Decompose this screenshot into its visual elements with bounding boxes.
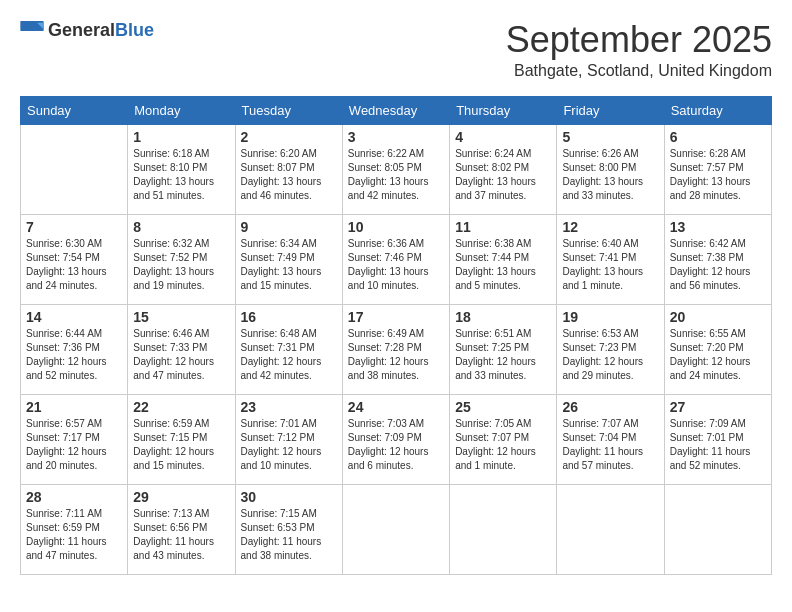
calendar-cell: 21Sunrise: 6:57 AM Sunset: 7:17 PM Dayli…	[21, 394, 128, 484]
col-friday: Friday	[557, 96, 664, 124]
day-info: Sunrise: 6:55 AM Sunset: 7:20 PM Dayligh…	[670, 327, 766, 383]
day-number: 23	[241, 399, 337, 415]
calendar-cell: 30Sunrise: 7:15 AM Sunset: 6:53 PM Dayli…	[235, 484, 342, 574]
calendar-cell: 7Sunrise: 6:30 AM Sunset: 7:54 PM Daylig…	[21, 214, 128, 304]
calendar-cell	[450, 484, 557, 574]
svg-rect-1	[20, 31, 43, 41]
calendar-cell: 11Sunrise: 6:38 AM Sunset: 7:44 PM Dayli…	[450, 214, 557, 304]
calendar-cell: 6Sunrise: 6:28 AM Sunset: 7:57 PM Daylig…	[664, 124, 771, 214]
day-number: 4	[455, 129, 551, 145]
day-number: 3	[348, 129, 444, 145]
calendar-cell: 19Sunrise: 6:53 AM Sunset: 7:23 PM Dayli…	[557, 304, 664, 394]
calendar-cell: 8Sunrise: 6:32 AM Sunset: 7:52 PM Daylig…	[128, 214, 235, 304]
day-info: Sunrise: 7:05 AM Sunset: 7:07 PM Dayligh…	[455, 417, 551, 473]
calendar-cell: 22Sunrise: 6:59 AM Sunset: 7:15 PM Dayli…	[128, 394, 235, 484]
calendar-table: Sunday Monday Tuesday Wednesday Thursday…	[20, 96, 772, 575]
day-info: Sunrise: 7:01 AM Sunset: 7:12 PM Dayligh…	[241, 417, 337, 473]
header-row: Sunday Monday Tuesday Wednesday Thursday…	[21, 96, 772, 124]
calendar-cell: 10Sunrise: 6:36 AM Sunset: 7:46 PM Dayli…	[342, 214, 449, 304]
day-info: Sunrise: 7:15 AM Sunset: 6:53 PM Dayligh…	[241, 507, 337, 563]
calendar-cell	[21, 124, 128, 214]
day-number: 1	[133, 129, 229, 145]
calendar-cell: 9Sunrise: 6:34 AM Sunset: 7:49 PM Daylig…	[235, 214, 342, 304]
day-number: 12	[562, 219, 658, 235]
calendar-cell: 17Sunrise: 6:49 AM Sunset: 7:28 PM Dayli…	[342, 304, 449, 394]
day-info: Sunrise: 6:28 AM Sunset: 7:57 PM Dayligh…	[670, 147, 766, 203]
day-number: 28	[26, 489, 122, 505]
day-number: 21	[26, 399, 122, 415]
col-monday: Monday	[128, 96, 235, 124]
week-row-3: 21Sunrise: 6:57 AM Sunset: 7:17 PM Dayli…	[21, 394, 772, 484]
day-info: Sunrise: 7:07 AM Sunset: 7:04 PM Dayligh…	[562, 417, 658, 473]
day-number: 15	[133, 309, 229, 325]
calendar-cell: 16Sunrise: 6:48 AM Sunset: 7:31 PM Dayli…	[235, 304, 342, 394]
calendar-cell: 18Sunrise: 6:51 AM Sunset: 7:25 PM Dayli…	[450, 304, 557, 394]
calendar-cell: 25Sunrise: 7:05 AM Sunset: 7:07 PM Dayli…	[450, 394, 557, 484]
header: GeneralBlue September 2025 Bathgate, Sco…	[20, 20, 772, 80]
calendar-cell	[664, 484, 771, 574]
calendar-cell: 1Sunrise: 6:18 AM Sunset: 8:10 PM Daylig…	[128, 124, 235, 214]
calendar-cell: 27Sunrise: 7:09 AM Sunset: 7:01 PM Dayli…	[664, 394, 771, 484]
day-info: Sunrise: 6:30 AM Sunset: 7:54 PM Dayligh…	[26, 237, 122, 293]
week-row-0: 1Sunrise: 6:18 AM Sunset: 8:10 PM Daylig…	[21, 124, 772, 214]
col-saturday: Saturday	[664, 96, 771, 124]
day-number: 27	[670, 399, 766, 415]
day-number: 6	[670, 129, 766, 145]
day-info: Sunrise: 6:59 AM Sunset: 7:15 PM Dayligh…	[133, 417, 229, 473]
day-number: 13	[670, 219, 766, 235]
calendar-cell: 23Sunrise: 7:01 AM Sunset: 7:12 PM Dayli…	[235, 394, 342, 484]
calendar-cell	[557, 484, 664, 574]
day-info: Sunrise: 6:38 AM Sunset: 7:44 PM Dayligh…	[455, 237, 551, 293]
day-number: 29	[133, 489, 229, 505]
month-title: September 2025	[506, 20, 772, 60]
day-info: Sunrise: 7:13 AM Sunset: 6:56 PM Dayligh…	[133, 507, 229, 563]
day-number: 9	[241, 219, 337, 235]
day-number: 24	[348, 399, 444, 415]
logo: GeneralBlue	[20, 20, 154, 41]
day-info: Sunrise: 6:46 AM Sunset: 7:33 PM Dayligh…	[133, 327, 229, 383]
location-title: Bathgate, Scotland, United Kingdom	[506, 62, 772, 80]
calendar-cell: 5Sunrise: 6:26 AM Sunset: 8:00 PM Daylig…	[557, 124, 664, 214]
calendar-cell: 24Sunrise: 7:03 AM Sunset: 7:09 PM Dayli…	[342, 394, 449, 484]
calendar-cell: 15Sunrise: 6:46 AM Sunset: 7:33 PM Dayli…	[128, 304, 235, 394]
day-number: 25	[455, 399, 551, 415]
day-info: Sunrise: 6:18 AM Sunset: 8:10 PM Dayligh…	[133, 147, 229, 203]
day-info: Sunrise: 6:34 AM Sunset: 7:49 PM Dayligh…	[241, 237, 337, 293]
day-info: Sunrise: 7:11 AM Sunset: 6:59 PM Dayligh…	[26, 507, 122, 563]
day-number: 10	[348, 219, 444, 235]
day-info: Sunrise: 6:26 AM Sunset: 8:00 PM Dayligh…	[562, 147, 658, 203]
title-area: September 2025 Bathgate, Scotland, Unite…	[506, 20, 772, 80]
day-info: Sunrise: 7:09 AM Sunset: 7:01 PM Dayligh…	[670, 417, 766, 473]
day-info: Sunrise: 6:42 AM Sunset: 7:38 PM Dayligh…	[670, 237, 766, 293]
week-row-1: 7Sunrise: 6:30 AM Sunset: 7:54 PM Daylig…	[21, 214, 772, 304]
day-number: 20	[670, 309, 766, 325]
day-number: 8	[133, 219, 229, 235]
day-info: Sunrise: 6:57 AM Sunset: 7:17 PM Dayligh…	[26, 417, 122, 473]
calendar-cell: 13Sunrise: 6:42 AM Sunset: 7:38 PM Dayli…	[664, 214, 771, 304]
calendar-cell: 2Sunrise: 6:20 AM Sunset: 8:07 PM Daylig…	[235, 124, 342, 214]
logo-icon	[20, 21, 44, 41]
day-info: Sunrise: 6:53 AM Sunset: 7:23 PM Dayligh…	[562, 327, 658, 383]
day-number: 2	[241, 129, 337, 145]
day-number: 30	[241, 489, 337, 505]
week-row-4: 28Sunrise: 7:11 AM Sunset: 6:59 PM Dayli…	[21, 484, 772, 574]
calendar-cell: 14Sunrise: 6:44 AM Sunset: 7:36 PM Dayli…	[21, 304, 128, 394]
week-row-2: 14Sunrise: 6:44 AM Sunset: 7:36 PM Dayli…	[21, 304, 772, 394]
day-info: Sunrise: 6:40 AM Sunset: 7:41 PM Dayligh…	[562, 237, 658, 293]
day-info: Sunrise: 6:22 AM Sunset: 8:05 PM Dayligh…	[348, 147, 444, 203]
day-info: Sunrise: 6:32 AM Sunset: 7:52 PM Dayligh…	[133, 237, 229, 293]
calendar-cell: 3Sunrise: 6:22 AM Sunset: 8:05 PM Daylig…	[342, 124, 449, 214]
day-info: Sunrise: 7:03 AM Sunset: 7:09 PM Dayligh…	[348, 417, 444, 473]
day-number: 5	[562, 129, 658, 145]
day-info: Sunrise: 6:20 AM Sunset: 8:07 PM Dayligh…	[241, 147, 337, 203]
calendar-cell: 26Sunrise: 7:07 AM Sunset: 7:04 PM Dayli…	[557, 394, 664, 484]
day-number: 22	[133, 399, 229, 415]
day-number: 7	[26, 219, 122, 235]
day-info: Sunrise: 6:36 AM Sunset: 7:46 PM Dayligh…	[348, 237, 444, 293]
calendar-cell: 29Sunrise: 7:13 AM Sunset: 6:56 PM Dayli…	[128, 484, 235, 574]
calendar-cell	[342, 484, 449, 574]
col-thursday: Thursday	[450, 96, 557, 124]
day-number: 18	[455, 309, 551, 325]
svg-rect-0	[20, 21, 43, 31]
day-number: 16	[241, 309, 337, 325]
